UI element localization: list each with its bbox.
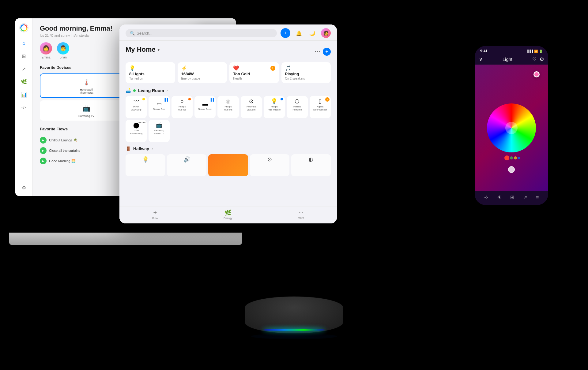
home-dropdown-icon[interactable]: ▾ bbox=[157, 47, 160, 52]
hallway-device-1[interactable]: 💡 bbox=[126, 154, 165, 176]
user-emma[interactable]: 👩 Emma bbox=[40, 42, 52, 59]
energy-label: Energy bbox=[224, 217, 232, 220]
phone-header-icons: ♡ ⚙ bbox=[532, 56, 544, 62]
color-wheel[interactable] bbox=[487, 103, 536, 152]
innr-led-icon: 〰 bbox=[134, 99, 139, 104]
user-emma-name: Emma bbox=[42, 56, 51, 59]
device-tile-hue-iris[interactable]: ◉ PhilipsHue Iris bbox=[217, 96, 239, 118]
tablet-user-avatar[interactable]: 👩 bbox=[321, 28, 331, 38]
health-icon: ❤️ bbox=[233, 65, 239, 71]
white-dot-control[interactable] bbox=[508, 166, 515, 173]
laptop-base bbox=[9, 233, 242, 245]
hue-dots-indicator bbox=[502, 153, 521, 163]
color-picker-dot[interactable] bbox=[533, 71, 540, 77]
living-room-title: Living Room bbox=[138, 88, 164, 93]
tablet-add-button[interactable]: + bbox=[281, 28, 290, 38]
tablet-bell-icon[interactable]: 🔔 bbox=[294, 28, 304, 38]
hallway-title: Hallway bbox=[133, 146, 149, 151]
room-chevron-icon[interactable]: › bbox=[167, 88, 168, 93]
room-header-living-room: 🛋️ Living Room › bbox=[126, 88, 331, 93]
hallway-device-2[interactable]: 🔊 bbox=[167, 154, 206, 176]
svg-point-3 bbox=[514, 156, 517, 159]
hallway-device-3[interactable] bbox=[208, 154, 248, 176]
hallway-device-5[interactable]: ◐ bbox=[291, 154, 331, 176]
sidebar-item-flow[interactable]: ↗ bbox=[21, 65, 27, 72]
phone-status-bar: 9:41 ▐▐▐ 📶 🔋 bbox=[475, 46, 548, 54]
bottom-nav-energy[interactable]: 🌿 Energy bbox=[224, 209, 232, 220]
device-tile-sonos-one[interactable]: ▐▐ ▭ Sonos One bbox=[149, 96, 170, 118]
hue-fugato-icon: 💡 bbox=[271, 99, 277, 104]
device-card-samsung-tv[interactable]: 📺 Samsung TV bbox=[40, 100, 133, 121]
status-card-music[interactable]: 🎵 Playing On 2 speakers bbox=[281, 62, 331, 83]
energy-icon: ⚡ bbox=[181, 65, 187, 71]
tablet-add-device-button[interactable]: + bbox=[323, 48, 331, 56]
more-label: More bbox=[298, 216, 304, 219]
search-placeholder: Search... bbox=[137, 31, 153, 36]
music-subtitle: On 2 speakers bbox=[285, 77, 327, 80]
sonos-one-icon: ▭ bbox=[156, 101, 162, 107]
my-home-label: My Home bbox=[126, 46, 156, 54]
device-tile-roomba[interactable]: ⊙ RoombaVacuum bbox=[241, 96, 262, 118]
bottom-nav-more[interactable]: ··· More bbox=[298, 209, 304, 220]
phone-back-button[interactable]: ∨ bbox=[479, 56, 483, 62]
tablet-moon-icon[interactable]: 🌙 bbox=[307, 28, 317, 38]
phone-bottom-color-icon[interactable]: ⊞ bbox=[510, 194, 514, 200]
phone-bottom-brightness-icon[interactable]: ☀ bbox=[497, 194, 501, 200]
phone-bottom-temp-icon[interactable]: ↗ bbox=[523, 194, 527, 200]
app-logo[interactable] bbox=[19, 23, 28, 34]
samsung-tv-icon: 📺 bbox=[81, 103, 91, 113]
tablet-search-bar[interactable]: 🔍 Search... bbox=[126, 29, 277, 37]
status-card-lights[interactable]: 💡 8 Lights Turned on bbox=[126, 62, 175, 83]
status-cards: 💡 8 Lights Turned on ⚡ 1684W Energy usag… bbox=[126, 62, 331, 83]
device-tile-samsung-smart-tv[interactable]: 📺 SamsungSmart TV bbox=[149, 120, 170, 142]
room-active-dot bbox=[133, 89, 136, 92]
music-icon: 🎵 bbox=[285, 65, 291, 71]
innr-status-indicator bbox=[142, 98, 145, 100]
sonos-beam-bars: ▐▐ bbox=[209, 98, 214, 101]
search-icon: 🔍 bbox=[130, 31, 135, 36]
phone-bottom-more-icon[interactable]: ≡ bbox=[536, 195, 539, 200]
device-tile-rituals[interactable]: ⬡ RitualsPerfume bbox=[287, 96, 308, 118]
sonos-one-label: Sonos One bbox=[153, 108, 165, 111]
sidebar: ⌂ ⊞ ↗ 🌿 📊 </> ⚙ bbox=[15, 18, 32, 196]
phone-bottom-apps-icon[interactable]: ⊹ bbox=[484, 194, 488, 200]
device-tile-hue-fugato[interactable]: 💡 PhilipsHue Fugato bbox=[264, 96, 285, 118]
aqara-warning-badge: ! bbox=[325, 97, 330, 102]
sidebar-item-home[interactable]: ⌂ bbox=[21, 40, 27, 47]
sidebar-item-leaf[interactable]: 🌿 bbox=[21, 78, 27, 85]
sidebar-item-grid[interactable]: ⊞ bbox=[21, 53, 27, 59]
phone-gear-icon[interactable]: ⚙ bbox=[540, 56, 544, 62]
phone-heart-icon[interactable]: ♡ bbox=[532, 56, 537, 62]
device-card-thermostat[interactable]: 🌡️ HoneywellThermostat 21 bbox=[40, 73, 133, 98]
flow-play-btn-chillout[interactable]: ▶ bbox=[40, 137, 47, 144]
device-tile-trust[interactable]: 832 W ⬤ TrustPower Plug bbox=[126, 120, 147, 142]
avatar-emma: 👩 bbox=[40, 42, 52, 54]
user-brian-name: Brian bbox=[59, 56, 66, 59]
device-tile-innr[interactable]: 〰 INNRLED Strip bbox=[126, 96, 147, 118]
avatar-brian: 👨 bbox=[57, 42, 69, 54]
flow-play-btn-curtains[interactable]: ▶ bbox=[40, 147, 47, 154]
device-tile-aqara[interactable]: ! ▯ AqaraDoor Sensor bbox=[310, 96, 331, 118]
roomba-label: RoombaVacuum bbox=[247, 105, 256, 111]
device-label-samsung-tv: Samsung TV bbox=[78, 114, 94, 118]
color-wheel-container bbox=[475, 65, 548, 191]
hallway-device-4[interactable]: ⊙ bbox=[250, 154, 289, 176]
device-tile-hue-go[interactable]: ○ PhilipsHue Go bbox=[172, 96, 193, 118]
device-tile-sonos-beam[interactable]: ▐▐ ▬ Sonos Beam bbox=[194, 96, 216, 118]
bottom-nav-flow[interactable]: ✦ Flow bbox=[152, 209, 158, 220]
hallway-device-2-icon: 🔊 bbox=[183, 157, 190, 162]
hallway-chevron-icon[interactable]: › bbox=[152, 147, 153, 151]
phone-light-title: Light bbox=[503, 57, 513, 62]
tablet-bottom-nav: ✦ Flow 🌿 Energy ··· More bbox=[119, 207, 337, 223]
sidebar-item-code[interactable]: </> bbox=[21, 104, 27, 111]
status-card-energy[interactable]: ⚡ 1684W Energy usage bbox=[178, 62, 227, 83]
more-options-button[interactable] bbox=[315, 51, 320, 52]
status-card-health[interactable]: ❤️ ! Too Cold Health bbox=[229, 62, 279, 83]
sidebar-settings[interactable]: ⚙ bbox=[21, 184, 27, 191]
tablet-body: My Home ▾ + 💡 8 bbox=[119, 41, 337, 207]
living-room-section: 🛋️ Living Room › 〰 INNRLED Strip ▐▐ bbox=[126, 88, 331, 142]
flow-icon: ✦ bbox=[153, 209, 157, 216]
sidebar-item-chart[interactable]: 📊 bbox=[21, 91, 27, 98]
flow-play-btn-morning[interactable]: ▶ bbox=[40, 158, 47, 164]
user-brian[interactable]: 👨 Brian bbox=[57, 42, 69, 59]
